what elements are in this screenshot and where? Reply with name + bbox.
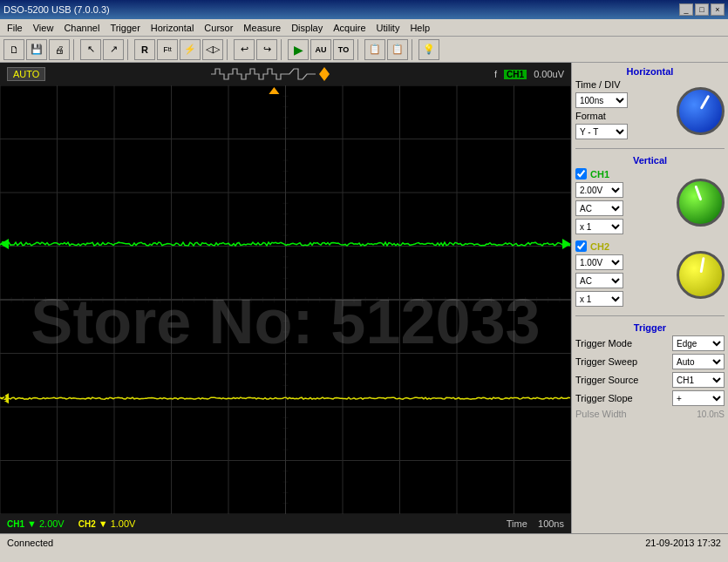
horizontal-knob-container — [677, 79, 725, 142]
toolbar-copy2[interactable]: 📋 — [387, 39, 408, 60]
ch1-coupling-row: AC DC GND — [575, 200, 673, 216]
toolbar-new[interactable]: 🗋 — [3, 39, 24, 60]
menu-view[interactable]: View — [28, 21, 59, 35]
scope-status-top: AUTO f CH1 0.00uV — [0, 63, 571, 85]
ch2-color-indicator: CH2 — [78, 519, 96, 529]
toolbar-ref[interactable]: ⚡ — [180, 39, 201, 60]
toolbar-redo[interactable]: ↪ — [256, 39, 277, 60]
ch2-checkbox-row: CH2 — [575, 240, 673, 252]
toolbar-undo[interactable]: ↩ — [234, 39, 255, 60]
time-value: 100ns — [538, 518, 564, 529]
trigger-section: Trigger Trigger Mode Edge Pulse Video Tr… — [575, 322, 725, 422]
ch2-volt-select[interactable]: 1.00V 2.00V 500mV — [575, 254, 623, 270]
ch2-bottom-label: CH2 ▼ 1.00V — [78, 518, 136, 529]
toolbar-r[interactable]: R — [134, 39, 155, 60]
menu-channel[interactable]: Channel — [58, 21, 105, 35]
menu-horizontal[interactable]: Horizontal — [146, 21, 200, 35]
toolbar-sep3 — [227, 39, 230, 60]
horizontal-controls: Time / DIV 100ns 200ns 500ns Format — [575, 79, 673, 142]
minimize-button[interactable]: _ — [679, 3, 693, 16]
ch1-controls: CH1 2.00V 1.00V 500mV AC DC GND — [575, 168, 673, 237]
ch2-checkbox[interactable] — [575, 240, 587, 252]
time-label-text: Time — [507, 518, 527, 529]
toolbar-auto[interactable]: AU — [310, 39, 331, 60]
statusbar: Connected 21-09-2013 17:32 — [0, 533, 728, 551]
menu-help[interactable]: Help — [405, 21, 435, 35]
svg-marker-0 — [319, 67, 330, 81]
ch1-probe-select[interactable]: x 1 x 10 — [575, 219, 623, 234]
vertical-title: Vertical — [575, 155, 725, 166]
ch1-checkbox[interactable] — [575, 168, 587, 179]
ch1-volt-label: ▼ 2.00V — [27, 518, 65, 529]
pulse-width-value: 10.0nS — [697, 410, 725, 419]
toolbar-cursor2[interactable]: ↗ — [103, 39, 124, 60]
trigger-mode-label: Trigger Mode — [575, 338, 632, 349]
toolbar-save[interactable]: 💾 — [26, 39, 47, 60]
time-div-select-row: 100ns 200ns 500ns — [575, 92, 673, 108]
maximize-button[interactable]: □ — [695, 3, 709, 16]
ch2-knob-indicator — [699, 257, 704, 273]
ch1-coupling-select[interactable]: AC DC GND — [575, 200, 623, 216]
time-bottom-label: Time 100ns — [507, 518, 564, 529]
time-div-row: Time / DIV — [575, 79, 673, 90]
trigger-source-row: Trigger Source CH1 CH2 EXT — [575, 372, 725, 388]
trigger-source-label: Trigger Source — [575, 375, 638, 385]
ch1-badge: CH1 — [504, 70, 527, 79]
menu-trigger[interactable]: Trigger — [105, 21, 145, 35]
time-div-select[interactable]: 100ns 200ns 500ns — [575, 92, 628, 108]
scope-bottom: CH1 ▼ 2.00V CH2 ▼ 1.00V Time 100ns — [0, 514, 571, 533]
menu-cursor[interactable]: Cursor — [199, 21, 238, 35]
format-select[interactable]: Y - T X - Y Roll — [575, 124, 628, 139]
menu-acquire[interactable]: Acquire — [328, 21, 371, 35]
menu-utility[interactable]: Utility — [371, 21, 405, 35]
scope-display[interactable]: Store No: 512033 — [0, 85, 571, 514]
titlebar-buttons: _ □ × — [679, 3, 725, 16]
trigger-slope-select[interactable]: + - — [672, 390, 725, 406]
menu-file[interactable]: File — [2, 21, 28, 35]
horizontal-knob-indicator — [699, 94, 710, 109]
time-div-label: Time / DIV — [575, 79, 621, 90]
auto-status: AUTO — [7, 67, 45, 81]
trigger-mode-row: Trigger Mode Edge Pulse Video — [575, 335, 725, 351]
ch2-coupling-select[interactable]: AC DC GND — [575, 273, 623, 288]
trigger-title: Trigger — [575, 322, 725, 333]
toolbar-arrow[interactable]: ↖ — [80, 39, 101, 60]
trigger-sweep-select[interactable]: Auto Normal Single — [672, 354, 725, 369]
voltage-reading: 0.00uV — [534, 69, 564, 79]
freq-label: f — [494, 69, 497, 79]
trigger-source-select[interactable]: CH1 CH2 EXT — [672, 372, 725, 388]
toolbar-copy1[interactable]: 📋 — [364, 39, 385, 60]
toolbar-measure[interactable]: ◁▷ — [202, 39, 223, 60]
menu-measure[interactable]: Measure — [238, 21, 286, 35]
trigger-mode-select[interactable]: Edge Pulse Video — [672, 335, 725, 351]
toolbar-run[interactable]: ▶ — [288, 39, 309, 60]
horizontal-section: Horizontal Time / DIV 100ns 200ns 500ns — [575, 66, 725, 142]
ch2-probe-select[interactable]: x 1 x 10 — [575, 291, 623, 307]
titlebar: DSO-5200 USB (7.0.0.3) _ □ × — [0, 0, 728, 19]
ch2-label: CH2 — [590, 241, 609, 252]
ch2-knob[interactable] — [677, 251, 725, 299]
toolbar-sep6 — [412, 39, 415, 60]
ch1-knob[interactable] — [677, 179, 725, 227]
ch1-volt-select[interactable]: 2.00V 1.00V 500mV — [575, 182, 623, 198]
menu-display[interactable]: Display — [286, 21, 328, 35]
ch1-probe-row: x 1 x 10 — [575, 219, 673, 234]
vertical-section: Vertical CH1 2.00V 1.00V 500mV — [575, 155, 725, 309]
toolbar-to[interactable]: TO — [333, 39, 354, 60]
ch2-volt-label: ▼ 1.00V — [99, 518, 136, 529]
toolbar-light[interactable]: 💡 — [418, 39, 439, 60]
scope-wave-indicator — [45, 67, 494, 81]
right-panel: Horizontal Time / DIV 100ns 200ns 500ns — [571, 63, 728, 533]
ch2-volt-row: 1.00V 2.00V 500mV — [575, 254, 673, 270]
ch2-vertical-row: CH2 1.00V 2.00V 500mV AC DC GND — [575, 240, 725, 309]
divider1 — [575, 148, 725, 149]
horizontal-knob[interactable] — [677, 87, 725, 135]
scope-status-right: f CH1 0.00uV — [494, 69, 564, 79]
close-button[interactable]: × — [711, 3, 725, 16]
main-area: AUTO f CH1 0.00uV Store No: 512033 — [0, 63, 728, 533]
format-row: Format — [575, 111, 673, 121]
toolbar-sep5 — [357, 39, 361, 60]
toolbar-fft[interactable]: Ftt — [157, 39, 178, 60]
toolbar-print[interactable]: 🖨 — [49, 39, 70, 60]
format-label: Format — [575, 111, 606, 121]
